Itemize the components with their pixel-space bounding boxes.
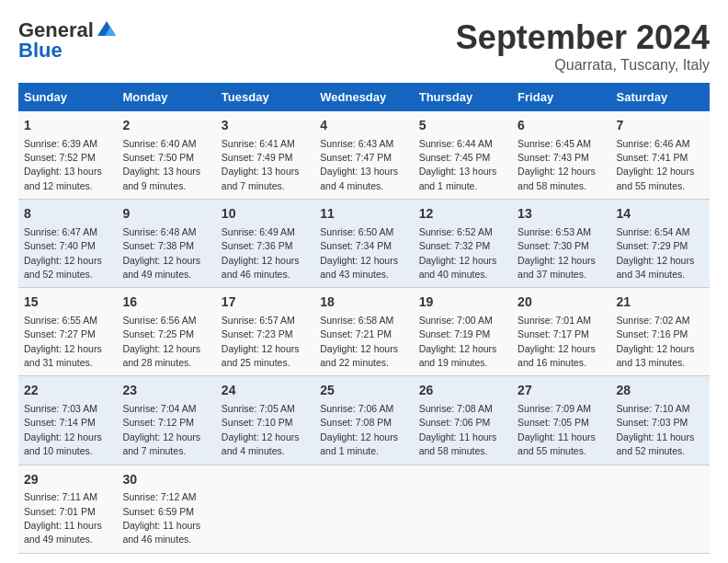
day-info: Sunrise: 6:47 AMSunset: 7:40 PMDaylight:… [24, 226, 102, 280]
day-cell: 1Sunrise: 6:39 AMSunset: 7:52 PMDaylight… [18, 111, 117, 200]
day-cell: 18Sunrise: 6:58 AMSunset: 7:21 PMDayligh… [314, 288, 413, 376]
day-number: 15 [24, 293, 111, 312]
day-cell: 23Sunrise: 7:04 AMSunset: 7:12 PMDayligh… [117, 376, 215, 465]
logo: General Blue [18, 18, 118, 63]
col-header-friday: Friday [512, 83, 610, 111]
logo-blue-text: Blue [18, 39, 63, 63]
day-number: 11 [320, 205, 407, 224]
day-cell: 16Sunrise: 6:56 AMSunset: 7:25 PMDayligh… [117, 288, 215, 376]
day-number: 30 [122, 471, 210, 489]
day-cell: 20Sunrise: 7:01 AMSunset: 7:17 PMDayligh… [512, 288, 610, 376]
day-info: Sunrise: 7:06 AMSunset: 7:08 PMDaylight:… [320, 403, 398, 456]
day-info: Sunrise: 6:45 AMSunset: 7:43 PMDaylight:… [518, 138, 596, 191]
day-cell: 29Sunrise: 7:11 AMSunset: 7:01 PMDayligh… [18, 465, 117, 553]
day-cell: 22Sunrise: 7:03 AMSunset: 7:14 PMDayligh… [18, 376, 117, 465]
day-number: 27 [518, 382, 605, 400]
day-cell: 5Sunrise: 6:44 AMSunset: 7:45 PMDaylight… [414, 111, 512, 200]
day-info: Sunrise: 7:01 AMSunset: 7:17 PMDaylight:… [518, 315, 596, 368]
day-number: 22 [24, 382, 111, 400]
day-info: Sunrise: 7:03 AMSunset: 7:14 PMDaylight:… [24, 403, 102, 456]
title-section: September 2024 Quarrata, Tuscany, Italy [456, 18, 710, 74]
logo-icon [96, 19, 118, 41]
day-number: 16 [122, 293, 210, 312]
day-number: 28 [617, 382, 704, 400]
day-number: 2 [122, 117, 210, 135]
day-cell [314, 465, 413, 553]
day-info: Sunrise: 7:09 AMSunset: 7:05 PMDaylight:… [518, 403, 596, 456]
day-number: 18 [320, 293, 407, 312]
day-info: Sunrise: 6:43 AMSunset: 7:47 PMDaylight:… [320, 138, 398, 191]
day-info: Sunrise: 6:53 AMSunset: 7:30 PMDaylight:… [518, 226, 596, 280]
day-cell: 28Sunrise: 7:10 AMSunset: 7:03 PMDayligh… [611, 376, 710, 465]
day-number: 24 [222, 382, 309, 400]
day-info: Sunrise: 6:41 AMSunset: 7:49 PMDaylight:… [222, 138, 300, 191]
day-number: 26 [419, 382, 506, 400]
day-number: 6 [518, 117, 605, 135]
day-cell: 19Sunrise: 7:00 AMSunset: 7:19 PMDayligh… [414, 288, 512, 376]
day-cell: 10Sunrise: 6:49 AMSunset: 7:36 PMDayligh… [216, 200, 314, 288]
day-cell: 26Sunrise: 7:08 AMSunset: 7:06 PMDayligh… [414, 376, 512, 465]
day-number: 5 [419, 117, 506, 135]
day-number: 1 [24, 117, 111, 135]
day-cell: 9Sunrise: 6:48 AMSunset: 7:38 PMDaylight… [117, 200, 215, 288]
page-header: General Blue September 2024 Quarrata, Tu… [18, 18, 710, 74]
day-cell: 7Sunrise: 6:46 AMSunset: 7:41 PMDaylight… [611, 111, 710, 200]
day-info: Sunrise: 7:02 AMSunset: 7:16 PMDaylight:… [617, 315, 695, 368]
day-number: 19 [419, 293, 506, 312]
day-cell [414, 465, 512, 553]
day-cell: 8Sunrise: 6:47 AMSunset: 7:40 PMDaylight… [18, 200, 117, 288]
day-info: Sunrise: 6:46 AMSunset: 7:41 PMDaylight:… [617, 138, 695, 191]
day-number: 13 [518, 205, 605, 224]
day-info: Sunrise: 6:50 AMSunset: 7:34 PMDaylight:… [320, 226, 398, 280]
day-info: Sunrise: 6:44 AMSunset: 7:45 PMDaylight:… [419, 138, 497, 191]
month-title: September 2024 [456, 18, 710, 57]
col-header-wednesday: Wednesday [314, 83, 413, 111]
day-number: 4 [320, 117, 407, 135]
col-header-thursday: Thursday [414, 83, 512, 111]
day-number: 25 [320, 382, 407, 400]
day-info: Sunrise: 6:58 AMSunset: 7:21 PMDaylight:… [320, 315, 398, 368]
day-number: 23 [122, 382, 210, 400]
day-cell: 25Sunrise: 7:06 AMSunset: 7:08 PMDayligh… [314, 376, 413, 465]
col-header-monday: Monday [117, 83, 215, 111]
day-info: Sunrise: 7:08 AMSunset: 7:06 PMDaylight:… [419, 403, 497, 456]
day-cell: 15Sunrise: 6:55 AMSunset: 7:27 PMDayligh… [18, 288, 117, 376]
day-number: 7 [617, 117, 704, 135]
day-info: Sunrise: 6:49 AMSunset: 7:36 PMDaylight:… [222, 226, 300, 280]
day-cell: 4Sunrise: 6:43 AMSunset: 7:47 PMDaylight… [314, 111, 413, 200]
day-cell: 11Sunrise: 6:50 AMSunset: 7:34 PMDayligh… [314, 200, 413, 288]
day-info: Sunrise: 7:00 AMSunset: 7:19 PMDaylight:… [419, 315, 497, 368]
day-number: 12 [419, 205, 506, 224]
day-cell: 3Sunrise: 6:41 AMSunset: 7:49 PMDaylight… [216, 111, 314, 200]
week-row-5: 29Sunrise: 7:11 AMSunset: 7:01 PMDayligh… [18, 465, 710, 553]
day-number: 20 [518, 293, 605, 312]
col-header-sunday: Sunday [18, 83, 117, 111]
day-cell: 24Sunrise: 7:05 AMSunset: 7:10 PMDayligh… [216, 376, 314, 465]
day-info: Sunrise: 7:05 AMSunset: 7:10 PMDaylight:… [222, 403, 300, 456]
day-number: 9 [122, 205, 210, 224]
day-number: 10 [222, 205, 309, 224]
day-info: Sunrise: 6:48 AMSunset: 7:38 PMDaylight:… [122, 226, 200, 280]
day-info: Sunrise: 6:57 AMSunset: 7:23 PMDaylight:… [222, 315, 300, 368]
day-cell: 12Sunrise: 6:52 AMSunset: 7:32 PMDayligh… [414, 200, 512, 288]
col-header-tuesday: Tuesday [216, 83, 314, 111]
day-cell [512, 465, 610, 553]
day-number: 3 [222, 117, 309, 135]
day-info: Sunrise: 6:52 AMSunset: 7:32 PMDaylight:… [419, 226, 497, 280]
day-cell: 17Sunrise: 6:57 AMSunset: 7:23 PMDayligh… [216, 288, 314, 376]
day-info: Sunrise: 6:56 AMSunset: 7:25 PMDaylight:… [122, 315, 200, 368]
day-cell: 21Sunrise: 7:02 AMSunset: 7:16 PMDayligh… [611, 288, 710, 376]
day-number: 8 [24, 205, 111, 224]
day-info: Sunrise: 7:12 AMSunset: 6:59 PMDaylight:… [122, 491, 200, 545]
day-info: Sunrise: 6:54 AMSunset: 7:29 PMDaylight:… [617, 226, 695, 280]
week-row-2: 8Sunrise: 6:47 AMSunset: 7:40 PMDaylight… [18, 200, 710, 288]
day-cell: 13Sunrise: 6:53 AMSunset: 7:30 PMDayligh… [512, 200, 610, 288]
day-cell: 30Sunrise: 7:12 AMSunset: 6:59 PMDayligh… [117, 465, 215, 553]
day-cell [611, 465, 710, 553]
day-info: Sunrise: 7:11 AMSunset: 7:01 PMDaylight:… [24, 491, 102, 545]
day-number: 14 [617, 205, 704, 224]
day-info: Sunrise: 6:55 AMSunset: 7:27 PMDaylight:… [24, 315, 102, 368]
week-row-3: 15Sunrise: 6:55 AMSunset: 7:27 PMDayligh… [18, 288, 710, 376]
day-number: 21 [617, 293, 704, 312]
day-number: 29 [24, 471, 111, 489]
